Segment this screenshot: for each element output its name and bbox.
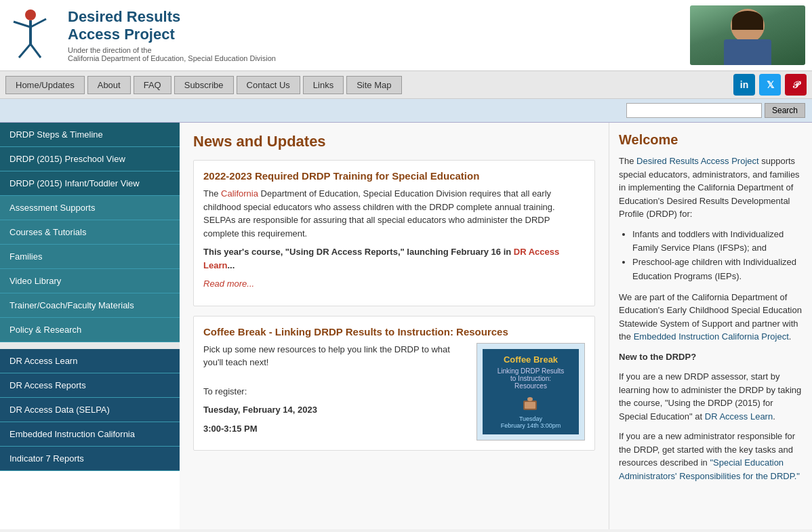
twitter-icon[interactable]: 𝕏 [759, 74, 781, 96]
search-bar: Search [0, 99, 812, 123]
nav-links[interactable]: Links [303, 76, 344, 94]
bullet-2: Preschool-age children with Individualiz… [632, 255, 803, 284]
admin-responsibilities-link[interactable]: "Special Education Administrators' Respo… [619, 457, 800, 481]
bullet-1: Infants and toddlers with Individualized… [632, 228, 803, 256]
linkedin-icon[interactable]: in [733, 74, 755, 96]
svg-line-3 [31, 19, 46, 27]
content-area: News and Updates 2022-2023 Required DRDP… [180, 123, 609, 529]
welcome-para2: We are part of the California Department… [619, 291, 803, 344]
sidebar-item-assessment[interactable]: Assessment Supports [0, 196, 180, 220]
navbar: Home/Updates About FAQ Subscribe Contact… [0, 71, 812, 99]
main-layout: DRDP Steps & Timeline DRDP (2015) Presch… [0, 123, 812, 529]
nav-subscribe[interactable]: Subscribe [174, 76, 234, 94]
sidebar-item-drdp-preschool[interactable]: DRDP (2015) Preschool View [0, 147, 180, 171]
header-photo [690, 5, 805, 65]
news-body-2-text: Pick up some new resources to help you l… [203, 343, 468, 441]
sidebar: DRDP Steps & Timeline DRDP (2015) Presch… [0, 123, 180, 529]
news-bold-1: This year's course, "Using DR Access Rep… [203, 245, 585, 272]
news-body-2a: Pick up some new resources to help you l… [203, 343, 468, 369]
sidebar-item-dr-learn[interactable]: DR Access Learn [0, 349, 180, 373]
new-para2: If you are a new administrator responsib… [619, 430, 803, 483]
read-more-1[interactable]: Read more... [203, 279, 254, 289]
news-title-1: 2022-2023 Required DRDP Training for Spe… [203, 170, 585, 182]
header: Desired Results Access Project Under the… [0, 0, 812, 71]
social-icons: in 𝕏 𝒫 [733, 74, 807, 96]
svg-line-2 [14, 22, 31, 27]
right-panel: Welcome The Desired Results Access Proje… [609, 123, 812, 529]
nav-home[interactable]: Home/Updates [5, 76, 85, 94]
welcome-intro: The Desired Results Access Project suppo… [619, 155, 803, 221]
news-card-2: Coffee Break - Linking DRDP Results to I… [193, 316, 595, 451]
site-subtitle: Under the direction of the California De… [68, 46, 276, 62]
sidebar-item-courses[interactable]: Courses & Tutorials [0, 220, 180, 245]
new-to-drdp-label: New to the DRDP? [619, 350, 803, 364]
sidebar-item-drdp-infant[interactable]: DRDP (2015) Infant/Toddler View [0, 171, 180, 196]
welcome-bullets: Infants and toddlers with Individualized… [632, 228, 803, 284]
svg-rect-7 [525, 402, 535, 409]
logo-icon [7, 7, 61, 64]
sidebar-item-policy[interactable]: Policy & Research [0, 318, 180, 342]
card-inner-2: Pick up some new resources to help you l… [203, 343, 585, 441]
logo-text: Desired Results Access Project Under the… [68, 8, 276, 63]
sidebar-item-families[interactable]: Families [0, 245, 180, 269]
search-button[interactable]: Search [765, 103, 805, 118]
embedded-instruction-link[interactable]: Embedded Instruction California Project [634, 331, 789, 342]
svg-line-5 [31, 44, 41, 58]
welcome-title: Welcome [619, 132, 803, 148]
sidebar-item-trainer[interactable]: Trainer/Coach/Faculty Materials [0, 293, 180, 318]
sidebar-item-drdp-steps[interactable]: DRDP Steps & Timeline [0, 123, 180, 147]
svg-line-4 [19, 44, 31, 58]
nav-about[interactable]: About [87, 76, 131, 94]
svg-point-0 [25, 9, 36, 20]
pinterest-icon[interactable]: 𝒫 [785, 74, 807, 96]
svg-point-8 [527, 397, 533, 401]
nav-contact[interactable]: Contact Us [237, 76, 300, 94]
news-card-1: 2022-2023 Required DRDP Training for Spe… [193, 160, 595, 306]
sidebar-item-dr-data[interactable]: DR Access Data (SELPA) [0, 398, 180, 422]
news-date-2: 3:00-3:15 PM [203, 422, 468, 436]
news-title-2: Coffee Break - Linking DRDP Results to I… [203, 326, 585, 337]
nav-sitemap[interactable]: Site Map [346, 76, 401, 94]
section-title: News and Updates [193, 133, 595, 150]
news-date-1: Tuesday, February 14, 2023 [203, 403, 468, 417]
dr-access-learn-link-2[interactable]: DR Access Learn [705, 411, 773, 422]
drap-link[interactable]: Desired Results Access Project [636, 156, 759, 166]
site-title: Desired Results Access Project [68, 8, 276, 44]
sidebar-item-dr-reports[interactable]: DR Access Reports [0, 373, 180, 398]
nav-faq[interactable]: FAQ [134, 76, 171, 94]
sidebar-item-video[interactable]: Video Library [0, 269, 180, 293]
logo-area: Desired Results Access Project Under the… [7, 7, 690, 64]
sidebar-item-indicator7[interactable]: Indicator 7 Reports [0, 447, 180, 471]
search-input[interactable] [626, 103, 762, 118]
coffee-break-image: Coffee Break Linking DRDP Resultsto Inst… [476, 343, 585, 441]
sidebar-item-embedded[interactable]: Embedded Instruction California [0, 422, 180, 447]
news-body-1: The California Department of Education, … [203, 187, 585, 240]
new-para1: If you are a new DRDP assessor, start by… [619, 370, 803, 423]
dr-access-learn-link-1[interactable]: DR Access Learn [203, 247, 559, 270]
news-body-2b: To register: [203, 385, 468, 398]
